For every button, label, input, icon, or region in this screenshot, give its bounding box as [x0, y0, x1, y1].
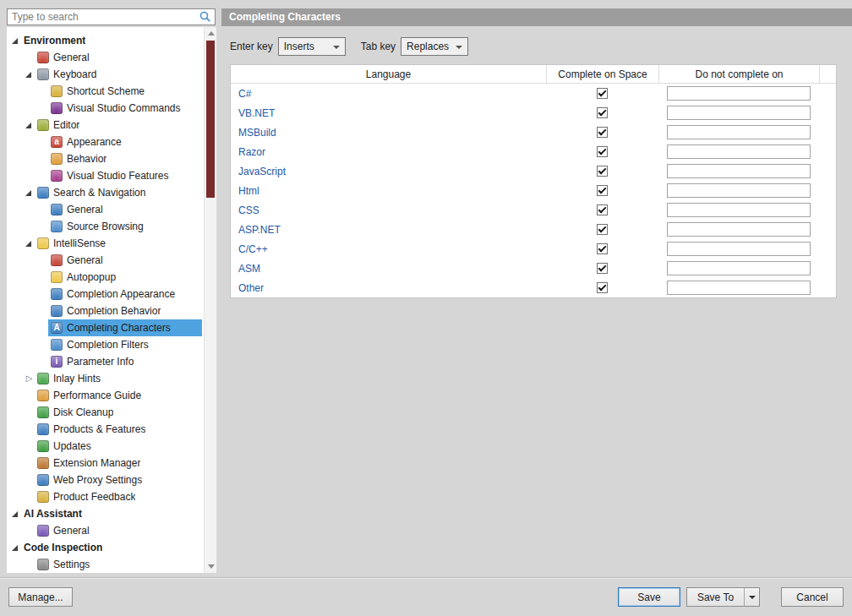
tree-indent-spacer — [24, 423, 35, 435]
complete-on-space-checkbox[interactable] — [597, 282, 608, 293]
complete-on-space-checkbox[interactable] — [597, 243, 608, 254]
scrollbar-thumb[interactable] — [206, 41, 215, 198]
tree-indent-spacer — [37, 221, 48, 232]
tree-indent-spacer — [37, 136, 48, 148]
complete-on-space-checkbox[interactable] — [597, 127, 608, 138]
tree-item-label: Search & Navigation — [53, 187, 145, 199]
tree-item-label: Code Inspection — [24, 542, 102, 553]
tree-scrollbar[interactable] — [204, 27, 216, 573]
complete-on-space-checkbox[interactable] — [597, 263, 608, 274]
expand-arrow-icon[interactable] — [10, 508, 21, 520]
expand-arrow-icon[interactable] — [24, 68, 35, 80]
tree-item-inlay-hints[interactable]: ▷Inlay Hints — [7, 370, 204, 387]
inlay-hints-icon — [37, 373, 49, 384]
tree-item-updates[interactable]: Updates — [7, 438, 204, 455]
search-icon — [199, 10, 212, 24]
source-browsing-icon — [51, 221, 63, 232]
tree-item-parameter-info[interactable]: iParameter Info — [7, 353, 204, 370]
tree-item-general[interactable]: General — [7, 49, 204, 66]
save-button[interactable]: Save — [618, 587, 680, 607]
table-row-asp-net: ASP.NET — [231, 220, 836, 239]
do-not-complete-on-input[interactable] — [667, 242, 811, 256]
tree-item-general[interactable]: General — [7, 522, 204, 539]
enter-key-dropdown[interactable]: Inserts — [278, 37, 346, 56]
tree-item-completion-behavior[interactable]: Completion Behavior — [7, 303, 204, 319]
tree-item-visual-studio-features[interactable]: Visual Studio Features — [7, 167, 204, 184]
complete-on-space-checkbox[interactable] — [597, 185, 608, 196]
language-name: CSS — [231, 204, 546, 216]
tree-item-ai-assistant[interactable]: AI Assistant — [7, 505, 204, 522]
tree-item-settings[interactable]: Settings — [7, 556, 204, 573]
tab-key-dropdown[interactable]: Replaces — [401, 37, 468, 56]
tree-item-label: Performance Guide — [53, 390, 141, 401]
manage-button[interactable]: Manage... — [8, 587, 73, 607]
complete-on-space-checkbox[interactable] — [597, 107, 608, 118]
tree-item-source-browsing[interactable]: Source Browsing — [7, 218, 204, 235]
tree-item-shortcut-scheme[interactable]: Shortcut Scheme — [7, 83, 204, 100]
save-to-button[interactable]: Save To — [686, 587, 760, 607]
do-not-complete-on-input[interactable] — [667, 125, 811, 139]
tree-item-autopopup[interactable]: Autopopup — [7, 269, 204, 286]
do-not-complete-on-input[interactable] — [667, 261, 811, 275]
complete-on-space-checkbox[interactable] — [597, 166, 608, 177]
do-not-complete-on-input[interactable] — [667, 144, 811, 159]
cancel-button[interactable]: Cancel — [781, 587, 844, 607]
complete-on-space-checkbox[interactable] — [597, 146, 608, 157]
magnifier-general-icon — [51, 204, 63, 215]
tree-item-intellisense[interactable]: IntelliSense — [7, 235, 204, 252]
tree-item-environment[interactable]: Environment — [7, 32, 204, 49]
complete-on-space-checkbox[interactable] — [597, 224, 608, 235]
expand-arrow-icon[interactable] — [10, 542, 21, 553]
scroll-down-icon[interactable] — [208, 564, 215, 569]
tree-item-search-navigation[interactable]: Search & Navigation — [7, 184, 204, 201]
do-not-complete-on-input[interactable] — [667, 203, 811, 217]
complete-on-space-checkbox[interactable] — [597, 88, 608, 99]
do-not-complete-on-input[interactable] — [667, 164, 811, 178]
tree-item-completing-characters[interactable]: ACompleting Characters — [7, 319, 204, 336]
tree-item-general[interactable]: General — [7, 252, 204, 269]
tree-item-general[interactable]: General — [7, 201, 204, 218]
complete-on-space-checkbox[interactable] — [597, 204, 608, 215]
do-not-complete-on-input[interactable] — [667, 281, 811, 295]
tree-item-extension-manager[interactable]: Extension Manager — [7, 455, 204, 472]
expand-arrow-icon[interactable] — [24, 187, 35, 199]
language-name: MSBuild — [231, 127, 546, 139]
tree-item-label: Products & Features — [53, 423, 145, 435]
tree-item-appearance[interactable]: aAppearance — [7, 134, 204, 150]
tree-item-product-feedback[interactable]: Product Feedback — [7, 488, 204, 505]
do-not-complete-on-input[interactable] — [667, 106, 811, 120]
page-title: Completing Characters — [221, 8, 852, 26]
do-not-complete-on-input[interactable] — [667, 183, 811, 198]
tree-item-behavior[interactable]: Behavior — [7, 150, 204, 167]
enter-key-value: Inserts — [284, 41, 314, 52]
tree-item-web-proxy-settings[interactable]: Web Proxy Settings — [7, 472, 204, 488]
tree-item-code-inspection[interactable]: Code Inspection — [7, 539, 204, 556]
collapse-arrow-icon[interactable]: ▷ — [24, 373, 35, 384]
column-header-do-not-complete-on[interactable]: Do not complete on — [658, 65, 819, 83]
search-input[interactable] — [8, 11, 199, 23]
tree-item-performance-guide[interactable]: Performance Guide — [7, 387, 204, 404]
tree-item-editor[interactable]: Editor — [7, 117, 204, 134]
tree-item-products-features[interactable]: Products & Features — [7, 421, 204, 438]
expand-arrow-icon[interactable] — [24, 119, 35, 131]
save-to-dropdown[interactable] — [744, 588, 759, 606]
tree-item-label: Extension Manager — [53, 457, 140, 469]
chevron-down-icon — [333, 46, 340, 49]
tree-item-disk-cleanup[interactable]: Disk Cleanup — [7, 404, 204, 421]
expand-arrow-icon[interactable] — [24, 237, 35, 249]
intellisense-general-icon — [51, 254, 63, 266]
do-not-complete-on-input[interactable] — [667, 222, 811, 237]
do-not-complete-on-input[interactable] — [667, 86, 811, 101]
tree-item-completion-appearance[interactable]: Completion Appearance — [7, 286, 204, 303]
tree-item-keyboard[interactable]: Keyboard — [7, 66, 204, 83]
expand-arrow-icon[interactable] — [10, 35, 21, 46]
column-header-language[interactable]: Language — [231, 65, 546, 83]
column-header-complete-on-space[interactable]: Complete on Space — [546, 65, 658, 83]
completion-appearance-icon — [51, 288, 63, 300]
main-panel: Completing Characters Enter key Inserts … — [221, 8, 852, 578]
tree-item-completion-filters[interactable]: Completion Filters — [7, 336, 204, 353]
tree-item-visual-studio-commands[interactable]: Visual Studio Commands — [7, 100, 204, 117]
table-row-razor: Razor — [231, 142, 836, 161]
scroll-up-icon[interactable] — [208, 31, 215, 35]
tree-indent-spacer — [37, 322, 48, 334]
